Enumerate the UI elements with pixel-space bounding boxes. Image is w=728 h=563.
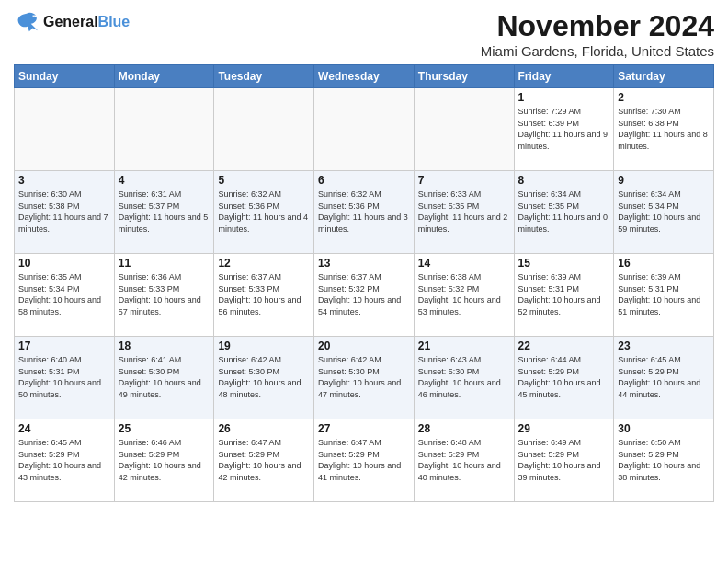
day-info: Sunrise: 6:48 AM Sunset: 5:29 PM Dayligh… — [418, 437, 510, 483]
day-info: Sunrise: 6:31 AM Sunset: 5:37 PM Dayligh… — [119, 189, 210, 235]
day-info: Sunrise: 6:30 AM Sunset: 5:38 PM Dayligh… — [18, 189, 110, 235]
day-number: 7 — [418, 174, 510, 187]
day-info: Sunrise: 6:37 AM Sunset: 5:32 PM Dayligh… — [318, 271, 410, 317]
logo-icon — [14, 9, 40, 35]
day-info: Sunrise: 6:32 AM Sunset: 5:36 PM Dayligh… — [218, 189, 310, 235]
day-number: 3 — [18, 174, 110, 187]
day-info: Sunrise: 7:30 AM Sunset: 6:38 PM Dayligh… — [618, 106, 710, 152]
day-number: 6 — [318, 174, 410, 187]
calendar-day-cell — [114, 88, 214, 171]
day-info: Sunrise: 6:42 AM Sunset: 5:30 PM Dayligh… — [218, 354, 310, 400]
day-info: Sunrise: 6:42 AM Sunset: 5:30 PM Dayligh… — [318, 354, 410, 400]
weekday-header: Thursday — [414, 65, 514, 88]
day-info: Sunrise: 6:47 AM Sunset: 5:29 PM Dayligh… — [318, 437, 410, 483]
day-number: 14 — [418, 257, 510, 270]
day-number: 28 — [418, 422, 510, 435]
calendar-day-cell: 1Sunrise: 7:29 AM Sunset: 6:39 PM Daylig… — [514, 88, 614, 171]
logo-general: General — [43, 14, 98, 29]
calendar-day-cell: 19Sunrise: 6:42 AM Sunset: 5:30 PM Dayli… — [214, 337, 314, 419]
day-number: 15 — [518, 257, 610, 270]
calendar-day-cell — [214, 88, 314, 171]
logo-blue: Blue — [98, 14, 131, 29]
calendar-week-row: 10Sunrise: 6:35 AM Sunset: 5:34 PM Dayli… — [15, 254, 714, 337]
day-info: Sunrise: 6:44 AM Sunset: 5:29 PM Dayligh… — [518, 354, 610, 400]
calendar-day-cell: 9Sunrise: 6:34 AM Sunset: 5:34 PM Daylig… — [614, 171, 714, 254]
calendar-day-cell: 21Sunrise: 6:43 AM Sunset: 5:30 PM Dayli… — [414, 337, 514, 419]
day-number: 30 — [618, 422, 710, 435]
calendar-day-cell: 18Sunrise: 6:41 AM Sunset: 5:30 PM Dayli… — [114, 337, 214, 419]
calendar-day-cell: 10Sunrise: 6:35 AM Sunset: 5:34 PM Dayli… — [15, 254, 115, 337]
day-info: Sunrise: 6:41 AM Sunset: 5:30 PM Dayligh… — [119, 354, 210, 400]
calendar-day-cell — [314, 88, 415, 171]
day-number: 23 — [618, 339, 710, 352]
calendar-day-cell: 24Sunrise: 6:45 AM Sunset: 5:29 PM Dayli… — [15, 419, 115, 502]
calendar-day-cell: 28Sunrise: 6:48 AM Sunset: 5:29 PM Dayli… — [414, 419, 514, 502]
day-number: 24 — [18, 422, 110, 435]
day-number: 19 — [218, 339, 310, 352]
day-info: Sunrise: 6:33 AM Sunset: 5:35 PM Dayligh… — [418, 189, 510, 235]
day-info: Sunrise: 6:45 AM Sunset: 5:29 PM Dayligh… — [618, 354, 710, 400]
day-number: 9 — [618, 174, 710, 187]
location-title: Miami Gardens, Florida, United States — [481, 43, 714, 59]
calendar-day-cell: 2Sunrise: 7:30 AM Sunset: 6:38 PM Daylig… — [614, 88, 714, 171]
day-number: 2 — [618, 91, 710, 104]
day-info: Sunrise: 6:46 AM Sunset: 5:29 PM Dayligh… — [119, 437, 210, 483]
day-info: Sunrise: 6:39 AM Sunset: 5:31 PM Dayligh… — [518, 271, 610, 317]
calendar-day-cell: 11Sunrise: 6:36 AM Sunset: 5:33 PM Dayli… — [114, 254, 214, 337]
day-number: 29 — [518, 422, 610, 435]
weekday-header: Sunday — [15, 65, 115, 88]
day-number: 20 — [318, 339, 410, 352]
day-number: 11 — [119, 257, 210, 270]
day-number: 5 — [218, 174, 310, 187]
day-info: Sunrise: 6:39 AM Sunset: 5:31 PM Dayligh… — [618, 271, 710, 317]
calendar-day-cell: 27Sunrise: 6:47 AM Sunset: 5:29 PM Dayli… — [314, 419, 415, 502]
day-number: 10 — [18, 257, 110, 270]
calendar-day-cell: 12Sunrise: 6:37 AM Sunset: 5:33 PM Dayli… — [214, 254, 314, 337]
calendar-day-cell: 8Sunrise: 6:34 AM Sunset: 5:35 PM Daylig… — [514, 171, 614, 254]
calendar-day-cell — [414, 88, 514, 171]
day-number: 8 — [518, 174, 610, 187]
day-info: Sunrise: 6:50 AM Sunset: 5:29 PM Dayligh… — [618, 437, 710, 483]
day-number: 13 — [318, 257, 410, 270]
day-number: 16 — [618, 257, 710, 270]
day-info: Sunrise: 6:47 AM Sunset: 5:29 PM Dayligh… — [218, 437, 310, 483]
calendar-day-cell: 13Sunrise: 6:37 AM Sunset: 5:32 PM Dayli… — [314, 254, 415, 337]
calendar-week-row: 24Sunrise: 6:45 AM Sunset: 5:29 PM Dayli… — [15, 419, 714, 502]
calendar: SundayMondayTuesdayWednesdayThursdayFrid… — [14, 64, 714, 502]
calendar-week-row: 3Sunrise: 6:30 AM Sunset: 5:38 PM Daylig… — [15, 171, 714, 254]
day-info: Sunrise: 6:36 AM Sunset: 5:33 PM Dayligh… — [119, 271, 210, 317]
calendar-day-cell: 29Sunrise: 6:49 AM Sunset: 5:29 PM Dayli… — [514, 419, 614, 502]
calendar-week-row: 17Sunrise: 6:40 AM Sunset: 5:31 PM Dayli… — [15, 337, 714, 419]
weekday-header: Saturday — [614, 65, 714, 88]
month-title: November 2024 — [481, 9, 714, 43]
calendar-day-cell: 5Sunrise: 6:32 AM Sunset: 5:36 PM Daylig… — [214, 171, 314, 254]
day-number: 22 — [518, 339, 610, 352]
calendar-day-cell: 23Sunrise: 6:45 AM Sunset: 5:29 PM Dayli… — [614, 337, 714, 419]
day-info: Sunrise: 6:38 AM Sunset: 5:32 PM Dayligh… — [418, 271, 510, 317]
calendar-week-row: 1Sunrise: 7:29 AM Sunset: 6:39 PM Daylig… — [15, 88, 714, 171]
calendar-day-cell — [15, 88, 115, 171]
day-info: Sunrise: 6:40 AM Sunset: 5:31 PM Dayligh… — [18, 354, 110, 400]
calendar-day-cell: 4Sunrise: 6:31 AM Sunset: 5:37 PM Daylig… — [114, 171, 214, 254]
calendar-day-cell: 15Sunrise: 6:39 AM Sunset: 5:31 PM Dayli… — [514, 254, 614, 337]
weekday-header: Tuesday — [214, 65, 314, 88]
calendar-day-cell: 30Sunrise: 6:50 AM Sunset: 5:29 PM Dayli… — [614, 419, 714, 502]
day-number: 21 — [418, 339, 510, 352]
calendar-day-cell: 22Sunrise: 6:44 AM Sunset: 5:29 PM Dayli… — [514, 337, 614, 419]
day-number: 4 — [119, 174, 210, 187]
day-number: 12 — [218, 257, 310, 270]
calendar-day-cell: 25Sunrise: 6:46 AM Sunset: 5:29 PM Dayli… — [114, 419, 214, 502]
calendar-day-cell: 3Sunrise: 6:30 AM Sunset: 5:38 PM Daylig… — [15, 171, 115, 254]
day-info: Sunrise: 6:35 AM Sunset: 5:34 PM Dayligh… — [18, 271, 110, 317]
calendar-day-cell: 6Sunrise: 6:32 AM Sunset: 5:36 PM Daylig… — [314, 171, 415, 254]
calendar-day-cell: 17Sunrise: 6:40 AM Sunset: 5:31 PM Dayli… — [15, 337, 115, 419]
logo: GeneralBlue — [14, 9, 130, 35]
day-info: Sunrise: 6:49 AM Sunset: 5:29 PM Dayligh… — [518, 437, 610, 483]
day-info: Sunrise: 6:45 AM Sunset: 5:29 PM Dayligh… — [18, 437, 110, 483]
day-number: 18 — [119, 339, 210, 352]
day-number: 27 — [318, 422, 410, 435]
weekday-header: Monday — [114, 65, 214, 88]
calendar-day-cell: 20Sunrise: 6:42 AM Sunset: 5:30 PM Dayli… — [314, 337, 415, 419]
header: GeneralBlue November 2024 Miami Gardens,… — [14, 9, 714, 59]
weekday-header: Friday — [514, 65, 614, 88]
